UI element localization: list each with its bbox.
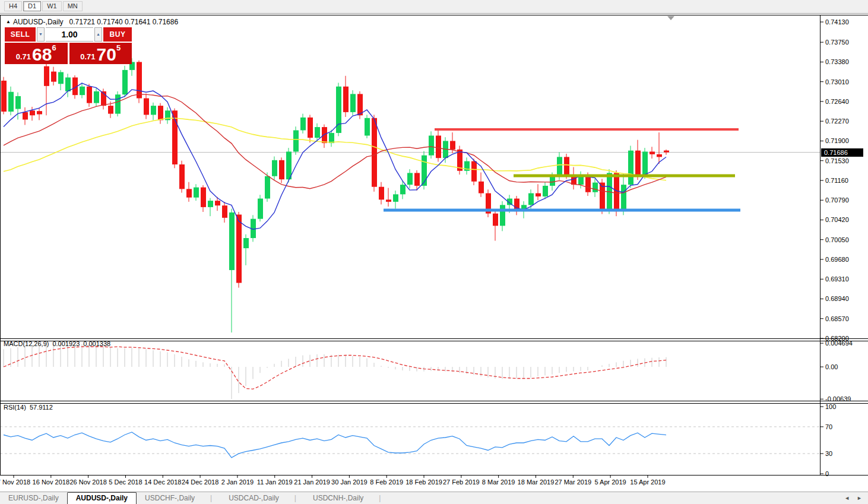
candle-body xyxy=(564,157,569,175)
trading-terminal-window: H4D1W1MN ▲AUDUSD-,Daily0.71721 0.71740 0… xyxy=(0,0,868,504)
collapse-panel-icon[interactable]: ▲ xyxy=(6,19,11,24)
date-axis-label: 8 Feb 2019 xyxy=(370,478,403,486)
volume-decrease-button[interactable]: ▼ xyxy=(37,27,45,42)
date-axis-label: 15 Apr 2019 xyxy=(630,478,665,486)
buy-quote[interactable]: 0.71705 xyxy=(69,43,132,64)
candle-body xyxy=(144,99,149,115)
candle-body xyxy=(650,151,655,154)
candle-body xyxy=(393,194,398,202)
buy-price-sup: 5 xyxy=(116,43,121,52)
candle-body xyxy=(493,214,498,226)
candle-body xyxy=(500,205,505,226)
tab-usdcad[interactable]: USDCAD-,Daily| xyxy=(220,492,305,504)
candle-body xyxy=(215,201,220,205)
ma-medium-line xyxy=(4,94,666,194)
candle-body xyxy=(308,118,313,138)
candle-body xyxy=(543,186,548,196)
candle-body xyxy=(429,135,434,155)
chart-header: ▲AUDUSD-,Daily0.71721 0.71740 0.71641 0.… xyxy=(6,18,178,26)
price-axis-label: 0.73750 xyxy=(825,39,849,46)
candle-body xyxy=(557,157,562,176)
candle-body xyxy=(471,161,477,182)
candle-body xyxy=(236,214,242,283)
date-axis-label: 18 Feb 2019 xyxy=(406,478,442,486)
candle-body xyxy=(379,187,384,200)
candle-body xyxy=(315,127,320,138)
date-axis-label: 5 Dec 2018 xyxy=(109,478,142,486)
tab-scroll-left-icon[interactable]: ◄ xyxy=(844,495,850,501)
date-axis-label: 16 Nov 2018 xyxy=(33,478,69,486)
macd-axis-label: 0.00 xyxy=(825,363,838,370)
candle-body xyxy=(621,185,626,211)
candle-body xyxy=(87,87,92,103)
price-axis-label: 0.71530 xyxy=(825,157,849,164)
price-axis-label: 0.72270 xyxy=(825,118,849,125)
macd-value-signal: 0.001338 xyxy=(83,340,110,347)
candle-body xyxy=(65,77,71,91)
buy-button[interactable]: BUY xyxy=(103,27,132,42)
candle-body xyxy=(94,91,99,103)
rsi-name: RSI(14) xyxy=(4,404,26,411)
tab-separator: | xyxy=(294,494,296,502)
candle-body xyxy=(272,160,277,176)
candle-body xyxy=(300,118,306,131)
rsi-axis-label: 70 xyxy=(825,423,832,430)
date-axis-label: 27 Mar 2019 xyxy=(555,478,591,486)
date-axis-label: 14 Dec 2018 xyxy=(144,478,181,486)
candle-body xyxy=(585,175,591,192)
candle-body xyxy=(664,151,669,153)
candle-body xyxy=(550,176,555,186)
rsi-value: 57.9112 xyxy=(30,404,53,411)
rsi-panel xyxy=(0,427,820,458)
volume-increase-button[interactable]: ▲ xyxy=(94,27,102,42)
price-axis-label: 0.73010 xyxy=(825,78,849,85)
candle-body xyxy=(15,96,21,109)
candle-body xyxy=(115,94,121,113)
candle-body xyxy=(628,151,633,185)
price-axis-label: 0.68570 xyxy=(825,315,849,322)
chart-frame xyxy=(0,15,868,478)
candle-body xyxy=(122,70,128,94)
macd-name: MACD(12,26,9) xyxy=(4,340,49,347)
candle-body xyxy=(80,87,85,95)
price-axis-label: 0.71160 xyxy=(825,177,848,184)
macd-axis-label: -0.00639 xyxy=(825,395,851,402)
chart-shift-marker-icon[interactable] xyxy=(667,16,674,20)
sell-quote[interactable]: 0.71686 xyxy=(5,43,68,64)
sell-price-sup: 6 xyxy=(52,43,56,52)
tab-usdcnh[interactable]: USDCNH-,Daily| xyxy=(305,492,389,504)
candle-body xyxy=(407,173,413,185)
price-axis-label: 0.68940 xyxy=(825,295,849,302)
candle-body xyxy=(422,156,427,186)
candle-body xyxy=(614,173,619,211)
tab-audusd[interactable]: AUDUSD-,Daily xyxy=(67,492,137,504)
candle-body xyxy=(194,188,199,198)
date-axis-label: 8 Mar 2019 xyxy=(482,478,515,486)
price-axis-label: 0.69310 xyxy=(825,275,849,283)
date-axis-label: 7 Nov 2018 xyxy=(0,478,30,486)
date-axis-label: 30 Jan 2019 xyxy=(331,478,368,486)
rsi-axis-label: 0 xyxy=(825,470,829,477)
tab-usdchf[interactable]: USDCHF-,Daily| xyxy=(137,492,220,504)
price-axis-label: 0.70420 xyxy=(825,216,849,223)
candle-body xyxy=(372,118,377,187)
chart-canvas[interactable] xyxy=(0,0,868,504)
tab-separator: | xyxy=(379,494,381,502)
ohlc-values: 0.71721 0.71740 0.71641 0.71686 xyxy=(69,18,179,26)
price-axis-label: 0.70050 xyxy=(825,236,849,243)
candle-body xyxy=(436,135,441,158)
volume-input[interactable]: 1.00 xyxy=(46,27,93,42)
date-axis-label: 18 Mar 2019 xyxy=(518,478,555,486)
tab-scroll-right-icon[interactable]: ► xyxy=(857,495,862,501)
sell-price-prefix: 0.71 xyxy=(16,52,31,61)
tab-eurusd[interactable]: EURUSD-,Daily xyxy=(0,492,67,504)
date-axis-label: 5 Apr 2019 xyxy=(595,478,626,486)
sell-button[interactable]: SELL xyxy=(5,27,36,42)
macd-axis-label: 0.004694 xyxy=(825,340,853,347)
candle-body xyxy=(357,94,363,115)
candle-body xyxy=(657,154,662,157)
candle-body xyxy=(528,194,534,205)
tab-separator: | xyxy=(210,494,212,502)
buy-price-prefix: 0.71 xyxy=(80,52,95,61)
price-axis-label: 0.69680 xyxy=(825,256,849,263)
